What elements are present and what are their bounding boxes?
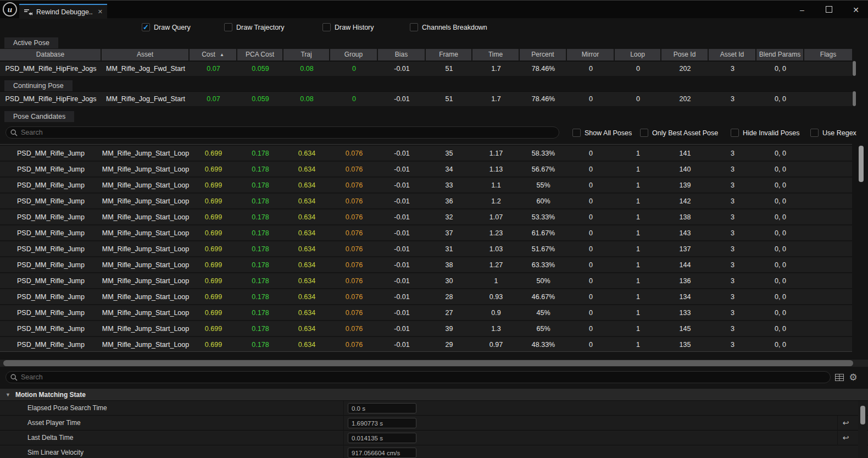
column-header-traj[interactable]: Traj xyxy=(283,49,330,60)
checkbox-hide-invalid-poses[interactable]: Hide Invalid Poses xyxy=(731,129,800,137)
settings-gear-icon[interactable]: ⚙ xyxy=(848,372,858,382)
candidate-row[interactable]: PSD_MM_Rifle_JumpMM_Rifle_Jump_Start_Loo… xyxy=(0,225,852,240)
candidate-row[interactable]: PSD_MM_Rifle_JumpMM_Rifle_Jump_Start_Loo… xyxy=(0,178,852,192)
cell-asset[interactable]: MM_Rifle_Jog_Fwd_Start xyxy=(102,95,190,103)
candidate-row[interactable]: PSD_MM_Rifle_JumpMM_Rifle_Jump_Start_Loo… xyxy=(0,162,852,176)
asset-link[interactable]: MM_Rifle_Jog_Fwd_Start xyxy=(106,95,185,103)
cell-database[interactable]: PSD_MM_Rifle_Jump xyxy=(0,341,102,349)
candidate-row[interactable]: PSD_MM_Rifle_JumpMM_Rifle_Jump_Start_Loo… xyxy=(0,241,852,256)
checkbox-box[interactable] xyxy=(640,129,648,137)
checkbox-box[interactable] xyxy=(810,129,819,137)
cell-asset[interactable]: MM_Rifle_Jump_Start_Loop xyxy=(102,213,190,221)
cell-database[interactable]: PSD_MM_Rifle_Jump xyxy=(0,325,102,333)
cell-database[interactable]: PSD_MM_Rifle_Jump xyxy=(0,197,102,205)
tab-continuing-pose[interactable]: Continuing Pose xyxy=(4,80,73,91)
candidate-row[interactable]: PSD_MM_Rifle_JumpMM_Rifle_Jump_Start_Loo… xyxy=(0,337,852,352)
cell-asset[interactable]: MM_Rifle_Jump_Start_Loop xyxy=(102,229,190,237)
database-link[interactable]: PSD_MM_Rifle_Jump xyxy=(17,245,85,253)
asset-link[interactable]: MM_Rifle_Jump_Start_Loop xyxy=(102,277,189,285)
column-header-group[interactable]: Group xyxy=(330,49,378,60)
candidate-row[interactable]: PSD_MM_Rifle_JumpMM_Rifle_Jump_Start_Loo… xyxy=(0,194,852,208)
details-scrollbar-track[interactable] xyxy=(858,401,867,458)
checkbox-channels-breakdown[interactable]: Channels Breakdown xyxy=(410,23,487,31)
cell-database[interactable]: PSD_MM_Rifle_Jump xyxy=(0,261,102,269)
cell-database[interactable]: PSD_MM_Rifle_Jump xyxy=(0,181,102,189)
asset-link[interactable]: MM_Rifle_Jump_Start_Loop xyxy=(102,150,189,157)
checkbox-draw-query[interactable]: ✓Draw Query xyxy=(142,23,191,31)
asset-link[interactable]: MM_Rifle_Jump_Start_Loop xyxy=(102,293,189,301)
checkbox-show-all-poses[interactable]: Show All Poses xyxy=(572,129,632,137)
candidate-row[interactable]: PSD_MM_Rifle_JumpMM_Rifle_Jump_Start_Loo… xyxy=(0,305,852,320)
database-link[interactable]: PSD_MM_Rifle_Jump xyxy=(17,150,85,157)
checkbox-box[interactable]: ✓ xyxy=(142,23,150,31)
column-header-loop[interactable]: Loop xyxy=(615,49,661,60)
property-value-input[interactable] xyxy=(348,418,416,428)
collapse-triangle-icon[interactable]: ▼ xyxy=(5,392,10,398)
column-header-mirror[interactable]: Mirror xyxy=(567,49,615,60)
database-link[interactable]: PSD_MM_Rifle_Jump xyxy=(17,277,85,285)
asset-link[interactable]: MM_Rifle_Jump_Start_Loop xyxy=(102,229,189,237)
cell-asset[interactable]: MM_Rifle_Jump_Start_Loop xyxy=(102,341,190,349)
asset-link[interactable]: MM_Rifle_Jump_Start_Loop xyxy=(102,197,189,205)
asset-link[interactable]: MM_Rifle_Jump_Start_Loop xyxy=(102,341,189,349)
database-link[interactable]: PSD_MM_Rifle_Jump xyxy=(17,213,85,221)
candidate-row[interactable]: PSD_MM_Rifle_JumpMM_Rifle_Jump_Start_Loo… xyxy=(0,321,852,336)
revert-icon[interactable]: ↩ xyxy=(837,416,854,431)
column-header-bias[interactable]: Bias xyxy=(378,49,426,60)
column-header-time[interactable]: Time xyxy=(472,49,520,60)
checkbox-box[interactable] xyxy=(410,23,418,31)
database-link[interactable]: PSD_MM_Rifle_Jump xyxy=(17,325,85,333)
database-link[interactable]: PSD_MM_Rifle_Jump xyxy=(17,165,85,173)
continuing-pose-scrollbar[interactable] xyxy=(853,91,856,106)
cell-database[interactable]: PSD_MM_Rifle_HipFire_Jogs xyxy=(0,95,102,103)
cell-database[interactable]: PSD_MM_Rifle_Jump xyxy=(0,229,102,237)
asset-link[interactable]: MM_Rifle_Jump_Start_Loop xyxy=(102,261,189,269)
candidate-row[interactable]: PSD_MM_Rifle_JumpMM_Rifle_Jump_Start_Loo… xyxy=(0,257,852,272)
candidates-scrollbar-track[interactable] xyxy=(857,144,865,352)
cell-asset[interactable]: MM_Rifle_Jump_Start_Loop xyxy=(102,245,190,253)
details-search-bar[interactable] xyxy=(5,371,831,383)
property-value-input[interactable] xyxy=(348,403,416,413)
database-link[interactable]: PSD_MM_Rifle_Jump xyxy=(17,341,85,349)
asset-link[interactable]: MM_Rifle_Jump_Start_Loop xyxy=(102,181,189,189)
checkbox-use-regex[interactable]: Use Regex xyxy=(810,129,856,137)
cell-asset[interactable]: MM_Rifle_Jump_Start_Loop xyxy=(102,150,190,157)
candidate-row[interactable]: PSD_MM_Rifle_JumpMM_Rifle_Jump_Start_Loo… xyxy=(0,289,852,304)
database-link[interactable]: PSD_MM_Rifle_Jump xyxy=(17,309,85,317)
database-link[interactable]: PSD_MM_Rifle_Jump xyxy=(17,229,85,237)
checkbox-box[interactable] xyxy=(224,23,232,31)
cell-database[interactable]: PSD_MM_Rifle_Jump xyxy=(0,293,102,301)
window-minimize-button[interactable]: – xyxy=(798,5,806,14)
column-header-cost[interactable]: Cost▲ xyxy=(190,49,237,60)
asset-link[interactable]: MM_Rifle_Jump_Start_Loop xyxy=(102,325,189,333)
details-search-input[interactable] xyxy=(21,373,826,381)
horizontal-scrollbar-thumb[interactable] xyxy=(3,360,853,366)
cell-asset[interactable]: MM_Rifle_Jump_Start_Loop xyxy=(102,277,190,285)
window-maximize-button[interactable] xyxy=(825,5,833,14)
column-header-asset_id[interactable]: Asset Id xyxy=(709,49,756,60)
column-view-button[interactable] xyxy=(834,372,844,382)
column-header-pose_id[interactable]: Pose Id xyxy=(661,49,709,60)
cell-asset[interactable]: MM_Rifle_Jump_Start_Loop xyxy=(102,197,190,205)
database-link[interactable]: PSD_MM_Rifle_HipFire_Jogs xyxy=(5,95,96,103)
asset-link[interactable]: MM_Rifle_Jump_Start_Loop xyxy=(102,165,189,173)
active-pose-row[interactable]: PSD_MM_Rifle_HipFire_JogsMM_Rifle_Jog_Fw… xyxy=(0,61,852,76)
column-header-pca_cost[interactable]: PCA Cost xyxy=(237,49,283,60)
cell-asset[interactable]: MM_Rifle_Jump_Start_Loop xyxy=(102,165,190,173)
tab-rewind-debugger[interactable]: Rewind Debugge... ✕ xyxy=(19,4,107,19)
cell-database[interactable]: PSD_MM_Rifle_Jump xyxy=(0,277,102,285)
checkbox-only-best-asset-pose[interactable]: Only Best Asset Pose xyxy=(640,129,718,137)
asset-link[interactable]: MM_Rifle_Jump_Start_Loop xyxy=(102,245,189,253)
cell-asset[interactable]: MM_Rifle_Jog_Fwd_Start xyxy=(102,65,190,73)
cell-asset[interactable]: MM_Rifle_Jump_Start_Loop xyxy=(102,181,190,189)
motion-matching-state-header[interactable]: ▼ Motion Matching State xyxy=(0,389,868,401)
cell-asset[interactable]: MM_Rifle_Jump_Start_Loop xyxy=(102,261,190,269)
database-link[interactable]: PSD_MM_Rifle_Jump xyxy=(17,197,85,205)
checkbox-box[interactable] xyxy=(322,23,331,31)
candidates-scrollbar-thumb[interactable] xyxy=(859,146,864,182)
revert-icon[interactable]: ↩ xyxy=(837,431,854,445)
candidate-row[interactable]: PSD_MM_Rifle_JumpMM_Rifle_Jump_Start_Loo… xyxy=(0,209,852,224)
checkbox-draw-history[interactable]: Draw History xyxy=(322,23,374,31)
checkbox-draw-trajectory[interactable]: Draw Trajectory xyxy=(224,23,285,31)
candidate-row[interactable]: PSD_MM_Rifle_JumpMM_Rifle_Jump_Start_Loo… xyxy=(0,146,852,161)
